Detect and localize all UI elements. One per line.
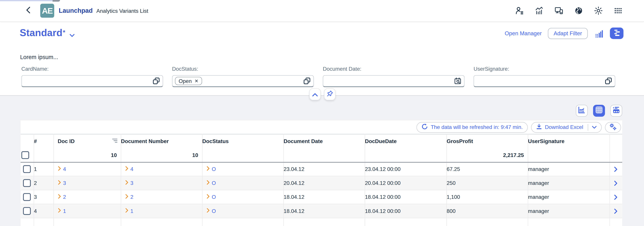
table-row[interactable]: 2 3 3 O 20.04.12 20.04.12 00:00 250 mana… bbox=[20, 176, 622, 190]
variant-name: Standard bbox=[20, 27, 62, 38]
token-text: Open bbox=[178, 78, 192, 84]
expand-chevron-icon[interactable] bbox=[206, 194, 210, 200]
document-number-link[interactable]: 3 bbox=[130, 180, 134, 186]
chart-table-view-button[interactable] bbox=[610, 105, 622, 117]
globe-icon[interactable] bbox=[574, 6, 583, 15]
adapt-filter-button[interactable]: Adapt Filter bbox=[548, 28, 588, 39]
sun-icon[interactable] bbox=[594, 6, 603, 15]
devices-icon[interactable] bbox=[554, 6, 564, 15]
app-logo[interactable]: AE bbox=[40, 4, 54, 18]
collapse-filter-button[interactable] bbox=[309, 88, 321, 100]
document-date-input[interactable] bbox=[326, 75, 452, 87]
row-navigation-cell bbox=[610, 190, 622, 204]
document-number-link[interactable]: 4 bbox=[130, 166, 134, 172]
gros-profit-cell: 250 bbox=[446, 176, 528, 190]
filter-fields-button[interactable] bbox=[610, 28, 624, 39]
select-all-checkbox[interactable] bbox=[21, 151, 29, 159]
open-manager-link[interactable]: Open Manager bbox=[505, 30, 542, 37]
doc-id-cell: 1 bbox=[53, 204, 121, 218]
col-gros-profit[interactable]: GrosProfit bbox=[446, 134, 528, 148]
table-row[interactable]: 1 4 4 O 23.04.12 23.04.12 00:00 67.25 ma… bbox=[20, 162, 622, 176]
col-document-date[interactable]: Document Date bbox=[284, 134, 365, 148]
analytics-icon[interactable] bbox=[535, 6, 544, 15]
row-checkbox[interactable] bbox=[23, 165, 31, 173]
expand-chevron-icon[interactable] bbox=[58, 166, 61, 172]
filter-label: Document Date: bbox=[323, 66, 464, 72]
expand-chevron-icon[interactable] bbox=[125, 208, 128, 214]
gros-profit-cell: 67.25 bbox=[446, 162, 528, 176]
filter-field-cardname: CardName: bbox=[21, 66, 163, 87]
variant-selector[interactable]: Standard* bbox=[20, 28, 75, 39]
doc-status-link[interactable]: O bbox=[212, 180, 216, 186]
expand-chevron-icon[interactable] bbox=[206, 166, 210, 172]
download-icon bbox=[536, 123, 542, 131]
token-remove-icon[interactable]: ✕ bbox=[194, 78, 198, 84]
row-checkbox[interactable] bbox=[23, 207, 31, 215]
total-doc-due-date bbox=[365, 148, 446, 162]
col-doc-id[interactable]: Doc ID bbox=[53, 134, 121, 148]
row-checkbox[interactable] bbox=[23, 193, 31, 201]
filter-fields: CardName: DocStatus: Open ✕ bbox=[21, 66, 615, 87]
document-number-link[interactable]: 2 bbox=[130, 194, 134, 200]
docstatus-token[interactable]: Open ✕ bbox=[175, 77, 202, 85]
expand-chevron-icon[interactable] bbox=[206, 208, 210, 214]
analytics-table: # Doc ID Document Number DocStatus Docum… bbox=[20, 134, 622, 226]
expand-chevron-icon[interactable] bbox=[125, 194, 128, 200]
table-row[interactable]: 4 1 1 O 18.04.12 18.04.12 00:00 800 mana… bbox=[20, 204, 622, 218]
table-settings-button[interactable] bbox=[605, 122, 621, 133]
doc-id-link[interactable]: 1 bbox=[63, 208, 66, 214]
col-row-num[interactable]: # bbox=[34, 134, 54, 148]
table-row[interactable]: 3 2 2 O 18.04.12 18.04.12 00:00 1,100 ma… bbox=[20, 190, 622, 204]
col-document-number[interactable]: Document Number bbox=[121, 134, 202, 148]
expand-chevron-icon[interactable] bbox=[125, 166, 128, 172]
area-chart-icon bbox=[578, 106, 586, 116]
chevron-down-icon[interactable] bbox=[592, 124, 597, 130]
doc-status-link[interactable]: O bbox=[212, 208, 216, 214]
doc-id-cell: 3 bbox=[53, 176, 121, 190]
expand-chevron-icon[interactable] bbox=[58, 194, 61, 200]
shell-app-title[interactable]: Launchpad bbox=[59, 7, 92, 15]
doc-status-link[interactable]: O bbox=[212, 166, 216, 172]
total-doc-id: 10 bbox=[53, 148, 121, 162]
row-chevron-icon[interactable] bbox=[610, 194, 622, 200]
filter-lines-icon[interactable] bbox=[112, 138, 117, 144]
user-signature-cell: manager bbox=[528, 162, 610, 176]
apps-grid-icon[interactable] bbox=[614, 6, 623, 15]
bar-chart-icon[interactable] bbox=[594, 28, 604, 38]
refresh-icon bbox=[421, 123, 428, 131]
back-button[interactable] bbox=[24, 6, 32, 16]
doc-status-cell: O bbox=[202, 176, 284, 190]
row-chevron-icon[interactable] bbox=[610, 208, 622, 214]
doc-status-link[interactable]: O bbox=[212, 194, 216, 200]
expand-chevron-icon[interactable] bbox=[125, 180, 128, 186]
row-chevron-icon[interactable] bbox=[610, 166, 622, 172]
doc-id-link[interactable]: 4 bbox=[63, 166, 66, 172]
date-picker-icon[interactable] bbox=[454, 77, 461, 84]
chevron-left-icon bbox=[26, 6, 30, 15]
col-doc-due-date[interactable]: DocDueDate bbox=[365, 134, 446, 148]
chart-view-button[interactable] bbox=[576, 105, 588, 117]
table-view-button[interactable] bbox=[593, 105, 605, 117]
document-number-link[interactable]: 1 bbox=[130, 208, 134, 214]
expand-chevron-icon[interactable] bbox=[58, 180, 61, 186]
value-help-icon[interactable] bbox=[605, 77, 612, 84]
value-help-icon[interactable] bbox=[153, 77, 160, 84]
refresh-button[interactable]: The data will be refreshed in: 9:47 min. bbox=[416, 122, 528, 133]
col-doc-status[interactable]: DocStatus bbox=[202, 134, 284, 148]
usersignature-input[interactable] bbox=[476, 75, 602, 87]
doc-id-link[interactable]: 2 bbox=[63, 194, 66, 200]
expand-chevron-icon[interactable] bbox=[206, 180, 210, 186]
cardname-input[interactable] bbox=[24, 75, 150, 87]
variant-bar: Standard* Open Manager Adapt Filter bbox=[0, 21, 644, 45]
row-chevron-icon[interactable] bbox=[610, 180, 622, 186]
user-icon[interactable] bbox=[515, 6, 524, 15]
expand-chevron-icon[interactable] bbox=[58, 208, 61, 214]
document-number-cell: 1 bbox=[121, 204, 202, 218]
table-totals-row: 10 10 2,217.25 bbox=[20, 148, 622, 162]
value-help-icon[interactable] bbox=[304, 77, 310, 84]
row-checkbox[interactable] bbox=[23, 179, 31, 187]
col-user-signature[interactable]: UserSignature bbox=[528, 134, 610, 148]
pin-filter-button[interactable] bbox=[324, 88, 336, 100]
doc-id-link[interactable]: 3 bbox=[63, 180, 66, 186]
download-excel-button[interactable]: Download Excel bbox=[531, 122, 602, 133]
